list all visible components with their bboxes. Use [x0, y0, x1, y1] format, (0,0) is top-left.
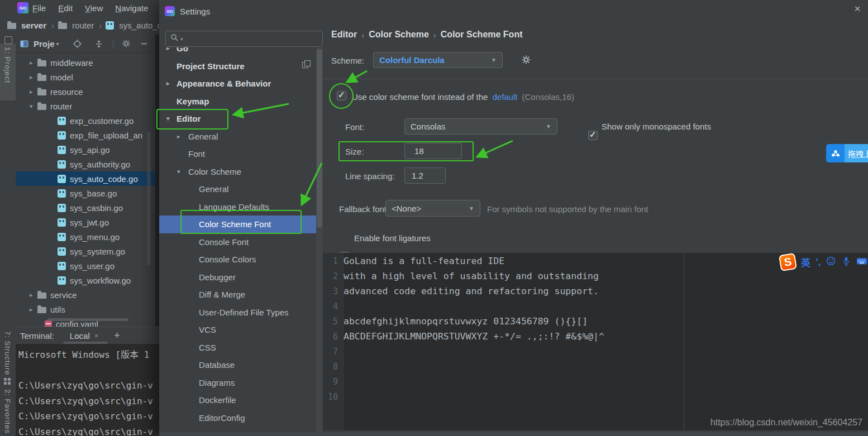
settings-tree-item-console-font[interactable]: Console Font	[159, 233, 323, 251]
terminal-scrollbar[interactable]	[63, 342, 108, 344]
settings-tree-item-debugger[interactable]: Debugger	[159, 269, 323, 286]
ime-language-mode[interactable]: 英	[801, 255, 810, 269]
project-tree-item[interactable]: exp_file_upload_an	[16, 128, 155, 142]
settings-search-box[interactable]: ▾	[165, 31, 323, 47]
add-terminal-button[interactable]: +	[114, 330, 120, 342]
settings-tree-item-color-scheme[interactable]: ▾Color Scheme	[159, 163, 323, 181]
project-tree-item[interactable]: sys_system.go	[16, 244, 155, 258]
size-label: Size:	[345, 147, 364, 156]
chevron-down-icon[interactable]: ▾	[30, 103, 37, 110]
settings-tree-item-dockerfile[interactable]: Dockerfile	[159, 391, 323, 409]
project-tree-item[interactable]: sys_base.go	[16, 186, 155, 200]
smiley-icon[interactable]	[826, 256, 836, 269]
menu-item-edit[interactable]: Edit	[58, 3, 73, 13]
project-tree-item[interactable]: ▾router	[16, 99, 155, 113]
ime-punctuation-icon[interactable]: ’,	[815, 257, 821, 268]
menu-item-view[interactable]: View	[85, 3, 103, 13]
chevron-down-icon[interactable]: ▾	[166, 115, 174, 122]
project-tree-item[interactable]: sys_jwt.go	[16, 215, 155, 229]
chevron-right-icon[interactable]: ▸	[30, 59, 37, 66]
project-tree-item[interactable]: ▸resource	[16, 84, 155, 99]
project-tree-item[interactable]: ▸service	[16, 288, 155, 302]
chevron-down-icon[interactable]: ▾	[177, 168, 185, 175]
settings-tree-item-font[interactable]: Font	[159, 145, 323, 163]
chevron-right-icon[interactable]: ▸	[30, 88, 37, 95]
settings-tree-item-vcs[interactable]: VCS	[159, 321, 323, 339]
horizontal-scrollbar[interactable]	[47, 318, 128, 321]
hide-panel-icon[interactable]	[138, 37, 150, 50]
chevron-right-icon[interactable]: ▸	[30, 306, 37, 313]
project-tree-item[interactable]: sys_authority.go	[16, 157, 155, 171]
settings-tree-item-editorconfig[interactable]: EditorConfig	[159, 409, 323, 427]
sogou-logo-icon[interactable]: S	[779, 253, 797, 271]
keyboard-icon[interactable]	[856, 257, 867, 268]
project-tree-item[interactable]: ▸model	[16, 70, 155, 84]
scheme-select[interactable]: Colorful Darcula ▼	[373, 52, 503, 68]
chevron-right-icon[interactable]: ▸	[177, 133, 185, 140]
settings-tree-scrollbar-thumb[interactable]	[317, 49, 322, 228]
menu-item-file[interactable]: File	[32, 3, 46, 13]
locate-file-icon[interactable]	[71, 37, 84, 50]
search-input[interactable]	[185, 34, 299, 44]
settings-tree-item-general[interactable]: General	[159, 180, 323, 198]
settings-tree-item-database[interactable]: Database	[159, 356, 323, 374]
tool-stripe-project[interactable]: 1: Project	[3, 47, 12, 83]
settings-item-label: Diff & Merge	[199, 290, 245, 299]
breadcrumb-item[interactable]: server	[21, 21, 46, 30]
chevron-right-icon[interactable]: ▸	[30, 291, 37, 299]
scheme-gear-icon[interactable]	[521, 54, 532, 68]
ime-toolbar[interactable]: S 英 ’,	[780, 254, 868, 270]
chevron-right-icon[interactable]: ▸	[166, 47, 174, 52]
fallback-font-select[interactable]: <None> ▼	[385, 200, 480, 217]
settings-tree-item-diff-merge[interactable]: Diff & Merge	[159, 286, 323, 304]
terminal-tab-local[interactable]: Local	[70, 331, 90, 341]
mic-icon[interactable]	[841, 256, 851, 269]
file-name: sys_authority.go	[70, 160, 130, 169]
line-spacing-input[interactable]: 1.2	[404, 167, 446, 184]
project-tree-item[interactable]: sys_auto_code.go	[16, 171, 155, 186]
project-tree-item[interactable]: sys_casbin.go	[16, 200, 155, 215]
settings-tree-item-appearance-behavior[interactable]: ▸Appearance & Behavior	[159, 75, 323, 93]
settings-tree-item-user-defined-file-types[interactable]: User-Defined File Types	[159, 304, 323, 322]
font-preview-area[interactable]: 1GoLand is a full-featured IDE2with a hi…	[323, 253, 868, 430]
line-number: 10	[323, 390, 338, 405]
settings-tree-item-color-scheme-font[interactable]: Color Scheme Font	[159, 215, 323, 233]
chevron-right-icon[interactable]: ▸	[166, 80, 174, 87]
breadcrumb-item[interactable]: sys_auto_c	[119, 21, 159, 30]
breadcrumb-item[interactable]: router	[72, 21, 94, 30]
close-icon[interactable]: ×	[94, 332, 99, 340]
project-tree-item[interactable]: sys_workflow.go	[16, 273, 155, 288]
settings-tree-item-go[interactable]: ▸Go	[159, 47, 323, 58]
project-tree-item[interactable]: ▸middleware	[16, 55, 155, 70]
close-dialog-button[interactable]: ✕	[851, 3, 864, 15]
settings-tree-item-keymap[interactable]: Keymap	[159, 93, 323, 111]
settings-tree-item-project-structure[interactable]: Project Structure	[159, 58, 323, 75]
chevron-right-icon[interactable]: ▸	[30, 74, 37, 81]
project-tree-item[interactable]: sys_user.go	[16, 258, 155, 273]
project-tree-item[interactable]: sys_api.go	[16, 142, 155, 157]
vertical-scrollbar[interactable]	[147, 131, 151, 265]
settings-tree-item-editor[interactable]: ▾Editor	[159, 110, 323, 128]
netdisk-upload-label: 拖拽上	[845, 144, 868, 162]
netdisk-upload-badge[interactable]: 拖拽上	[826, 144, 868, 162]
menu-item-navigate[interactable]: Navigate	[115, 3, 148, 13]
default-link[interactable]: default	[492, 92, 517, 102]
project-tree-item[interactable]: exp_customer.go	[16, 113, 155, 128]
font-select[interactable]: Consolas ▼	[404, 118, 557, 135]
use-scheme-font-checkbox[interactable]	[337, 91, 346, 100]
project-tree-item[interactable]: sys_menu.go	[16, 229, 155, 244]
size-input[interactable]: 18	[404, 143, 462, 159]
settings-tree-item-diagrams[interactable]: Diagrams	[159, 374, 323, 392]
monospace-only-checkbox[interactable]	[588, 131, 598, 140]
gear-icon[interactable]	[120, 37, 132, 50]
settings-tree-item-general[interactable]: ▸General	[159, 128, 323, 146]
settings-tree-item-console-colors[interactable]: Console Colors	[159, 251, 323, 269]
terminal-output[interactable]: Microsoft Windows [版本 1C:\Users\zyq\go\s…	[16, 344, 162, 436]
project-panel-title[interactable]: Proje	[34, 39, 55, 49]
settings-tree-item-css[interactable]: CSS	[159, 339, 323, 357]
settings-tree-item-language-defaults[interactable]: Language Defaults	[159, 198, 323, 216]
tool-stripe-favorites[interactable]: 2: Favorites	[3, 389, 12, 434]
tool-stripe-structure[interactable]: 7: Structure	[3, 331, 12, 375]
project-tree-item[interactable]: ▸utils	[16, 302, 155, 317]
collapse-all-icon[interactable]	[93, 37, 105, 50]
